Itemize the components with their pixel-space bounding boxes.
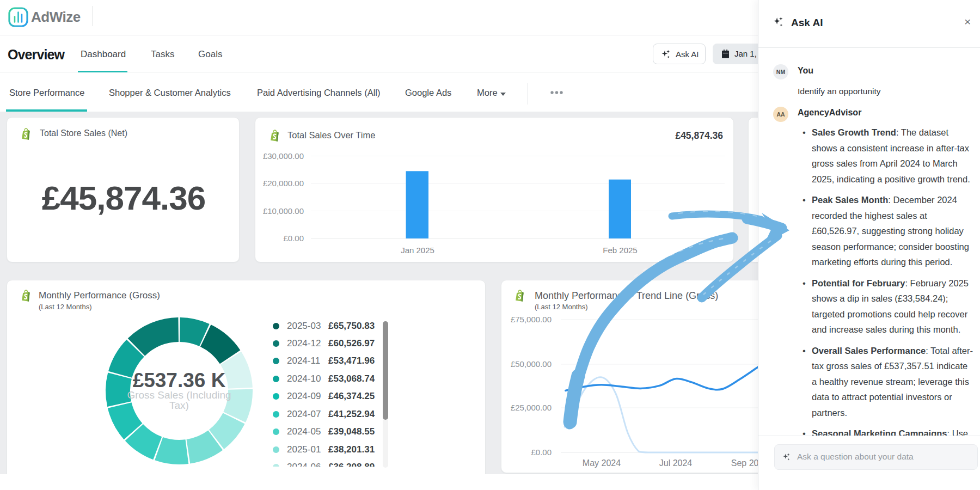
- svg-text:£30,000.00: £30,000.00: [263, 151, 304, 161]
- svg-text:Jul 2024: Jul 2024: [659, 458, 693, 468]
- svg-text:Jan 2025: Jan 2025: [401, 246, 434, 255]
- svg-text:£0.00: £0.00: [283, 234, 304, 243]
- svg-text:May 2024: May 2024: [583, 458, 621, 468]
- svg-text:£10,000.00: £10,000.00: [263, 206, 304, 216]
- svg-text:£20,000.00: £20,000.00: [263, 179, 304, 188]
- svg-text:£0.00: £0.00: [531, 448, 552, 457]
